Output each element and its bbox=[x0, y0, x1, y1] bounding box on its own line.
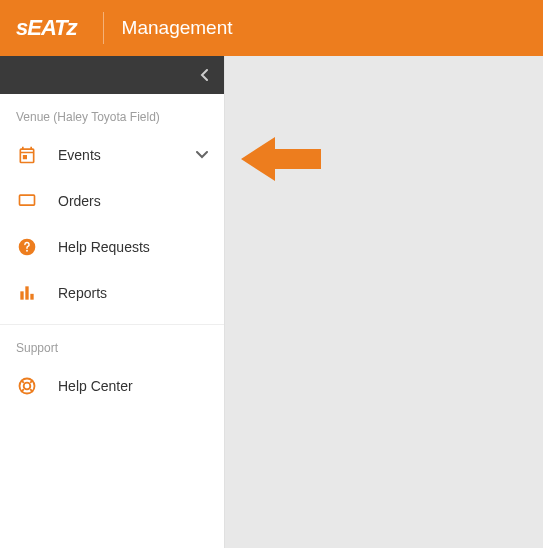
svg-rect-2 bbox=[20, 291, 23, 299]
reports-icon bbox=[16, 282, 38, 304]
body: Venue (Haley Toyota Field) Events Orders bbox=[0, 56, 543, 548]
annotation-arrow-icon bbox=[241, 134, 321, 184]
svg-point-6 bbox=[24, 383, 31, 390]
calendar-icon bbox=[16, 144, 38, 166]
section-label-support: Support bbox=[0, 325, 224, 363]
sidebar: Venue (Haley Toyota Field) Events Orders bbox=[0, 56, 225, 548]
sidebar-item-events[interactable]: Events bbox=[0, 132, 224, 178]
svg-point-1 bbox=[26, 250, 28, 252]
section-label-venue: Venue (Haley Toyota Field) bbox=[0, 94, 224, 132]
page-title: Management bbox=[122, 17, 233, 39]
logo: sEATz bbox=[16, 15, 97, 41]
sidebar-item-reports[interactable]: Reports bbox=[0, 270, 224, 316]
main-content bbox=[225, 56, 543, 548]
sidebar-item-help-center[interactable]: Help Center bbox=[0, 363, 224, 409]
chevron-down-icon bbox=[196, 151, 208, 159]
sidebar-item-label: Events bbox=[58, 147, 196, 163]
svg-marker-7 bbox=[241, 137, 321, 181]
svg-rect-3 bbox=[25, 286, 28, 299]
chevron-left-icon bbox=[200, 69, 208, 81]
sidebar-item-label: Help Requests bbox=[58, 239, 208, 255]
sidebar-collapse-button[interactable] bbox=[0, 56, 224, 94]
header: sEATz Management bbox=[0, 0, 543, 56]
help-icon bbox=[16, 236, 38, 258]
sidebar-section-venue: Venue (Haley Toyota Field) Events Orders bbox=[0, 94, 224, 325]
svg-rect-4 bbox=[30, 294, 33, 300]
header-divider bbox=[103, 12, 104, 44]
sidebar-item-label: Orders bbox=[58, 193, 208, 209]
sidebar-section-support: Support Help Center bbox=[0, 325, 224, 417]
monitor-icon bbox=[16, 190, 38, 212]
sidebar-item-label: Reports bbox=[58, 285, 208, 301]
sidebar-item-help-requests[interactable]: Help Requests bbox=[0, 224, 224, 270]
sidebar-item-orders[interactable]: Orders bbox=[0, 178, 224, 224]
lifebuoy-icon bbox=[16, 375, 38, 397]
sidebar-item-label: Help Center bbox=[58, 378, 208, 394]
